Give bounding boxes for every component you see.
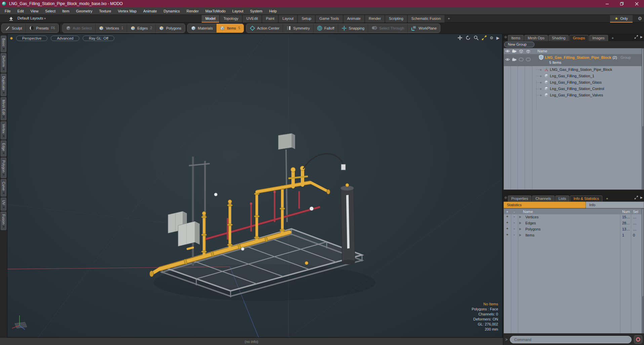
sculpt-button[interactable]: Sculpt [2,24,26,33]
jump-layout-icon[interactable] [9,16,13,21]
minimize-button[interactable] [600,0,614,7]
auto-select-button[interactable]: Auto Select [63,24,95,33]
panel-grabber-handle[interactable] [0,212,2,221]
left-tool-tab[interactable]: Deform [1,53,6,73]
layout-tab-scripting[interactable]: Scripting [385,15,407,23]
action-center-button[interactable]: Action Center [246,24,283,33]
viewport-raygl-selector[interactable]: Ray GL: Off [83,36,114,41]
polygons-mode-button[interactable]: Polygons [156,24,185,33]
menu-item[interactable]: Vertex Map [115,8,140,14]
menu-item[interactable]: Edit [14,8,27,14]
tree-item-locator[interactable]: LNG_Gas_Filling_Station_Pipe_Block [504,66,644,73]
tree-name-column-header[interactable]: Name [537,49,547,53]
left-tool-tab[interactable]: Curve [1,179,6,197]
group-name[interactable]: LNG_Gas_Filling_Station_Pipe_Block [545,55,611,59]
row-disclosure-arrow-icon[interactable] [519,228,521,230]
tab-mesh-ops[interactable]: Mesh Ops [524,35,548,41]
presets-button[interactable]: Presets F6 [26,24,58,33]
layout-tab-animate[interactable]: Animate [344,15,364,23]
group-title-line[interactable]: LNG_Gas_Filling_Station_Pipe_Block (2) :… [539,55,631,60]
select-through-button[interactable]: Select Through [368,24,408,33]
left-tool-tab[interactable]: Mesh Edit [1,97,6,120]
camera-icon[interactable] [512,57,517,61]
add-layout-tab-button[interactable]: + [445,15,452,23]
layout-tab-setup[interactable]: Setup [298,15,315,23]
ghost-checkbox[interactable] [526,58,530,61]
collapse-all-header[interactable]: - [514,210,515,214]
materials-mode-button[interactable]: Materials [188,24,217,33]
menu-item[interactable]: Select [42,8,59,14]
layout-tab-topology[interactable]: Topology [220,15,242,23]
visibility-eye-icon[interactable] [505,49,510,53]
menu-item[interactable]: Dynamics [160,8,183,14]
layout-tab-uvedit[interactable]: UVEdit [243,15,261,23]
stats-num-header[interactable]: Num [622,210,630,214]
tab-info-statistics[interactable]: Info & Statistics [570,196,602,202]
menu-item[interactable]: Render [183,8,202,14]
menu-item[interactable]: Animate [140,8,160,14]
collapse-row-button[interactable]: - [514,226,515,230]
items-mode-button[interactable]: Items 5 [216,24,243,33]
collapse-row-button[interactable]: - [514,220,515,224]
tree-item-mesh[interactable]: Lng_Gas_Filling_Station_Valves [504,92,644,98]
layout-tab-layout[interactable]: Layout [279,15,297,23]
layout-tab-model[interactable]: Model [202,15,219,23]
workplane-button[interactable]: WorkPlane [408,24,440,33]
stat-row[interactable]: + - Vertices 15… … [504,214,644,220]
tree-item-mesh[interactable]: Lng_Gas_Filling_Station_Glass [504,79,644,85]
left-tool-tab[interactable]: Basic [1,36,6,52]
gear-icon[interactable]: ⚙ [638,16,642,21]
stat-row[interactable]: + - Polygons 13… … [504,226,644,232]
tab-channels[interactable]: Channels [532,196,554,202]
menu-item[interactable]: File [1,8,14,14]
tab-images[interactable]: Images [589,35,608,41]
eye-icon[interactable] [505,57,510,61]
stat-row[interactable]: + - Items 1 0 [504,232,644,239]
zoom-icon[interactable] [474,35,479,40]
menu-item[interactable]: Geometry [73,8,95,14]
tab-groups[interactable]: Groups [569,35,588,41]
left-tool-tab[interactable]: Duplicate [1,74,6,96]
add-panel-tab-button[interactable]: + [609,35,617,41]
layout-tab-schematic-fusion[interactable]: Schematic Fusion [408,15,444,23]
group-row-selected[interactable]: LNG_Gas_Filling_Station_Pipe_Block (2) :… [504,54,644,66]
left-tool-tab[interactable]: Vertex [1,121,6,139]
layout-tab-paint[interactable]: Paint [262,15,278,23]
panel-arrow-icon[interactable]: ▶ [640,35,643,39]
collapse-row-button[interactable]: - [514,214,515,218]
viewport-3d-scene[interactable] [7,34,502,338]
menu-item[interactable]: Layout [229,8,247,14]
tab-shading[interactable]: Shading [549,35,569,41]
viewport-projection-selector[interactable]: Perspective [16,36,47,41]
orbit-icon[interactable] [466,35,471,40]
menu-item[interactable]: Texture [96,8,115,14]
viewport-3d[interactable]: Perspective Advanced Ray GL: Off ⚙ ▶ No … [7,34,502,338]
collapse-row-button[interactable]: - [514,232,515,236]
falloff-button[interactable]: Falloff [314,24,338,33]
symmetry-button[interactable]: Symmetry [283,24,314,33]
menu-item[interactable]: System [247,8,266,14]
maximize-viewport-icon[interactable] [482,35,487,40]
snapping-button[interactable]: Snapping [338,24,368,33]
expand-row-button[interactable]: + [506,214,508,218]
layout-tab-game-tools[interactable]: Game Tools [316,15,343,23]
viewport-expand-arrow-icon[interactable]: ▶ [496,36,499,40]
expand-all-header[interactable]: + [506,210,508,214]
lock-checkbox[interactable] [519,58,523,61]
restore-button[interactable] [614,0,629,7]
popout-icon[interactable] [634,35,638,39]
subtab-info[interactable]: Info [586,202,644,208]
tree-item-mesh[interactable]: Lng_Gas_Filling_Station_1 [504,73,644,79]
tree-scrollbar[interactable] [642,48,644,189]
tab-lists[interactable]: Lists [555,196,570,202]
viewport-menu-dot[interactable] [10,37,13,40]
command-input[interactable] [510,336,632,343]
add-panel-tab-button[interactable]: + [603,196,611,202]
left-tool-tab[interactable]: Edge [1,140,6,157]
menu-item[interactable]: MaxToModo [202,8,229,14]
expand-row-button[interactable]: + [506,226,508,230]
default-layouts-dropdown[interactable]: Default Layouts ▾ [17,16,46,20]
subtab-statistics[interactable]: Statistics [504,202,586,208]
panel-corner-icon[interactable] [504,36,507,39]
row-disclosure-arrow-icon[interactable] [519,222,521,224]
